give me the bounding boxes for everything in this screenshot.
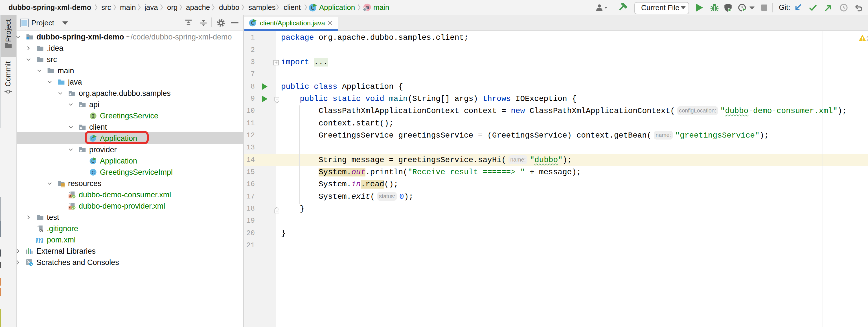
svg-text:C: C [91, 170, 95, 176]
svg-text:<: < [69, 205, 71, 209]
svg-text:<: < [69, 194, 71, 198]
